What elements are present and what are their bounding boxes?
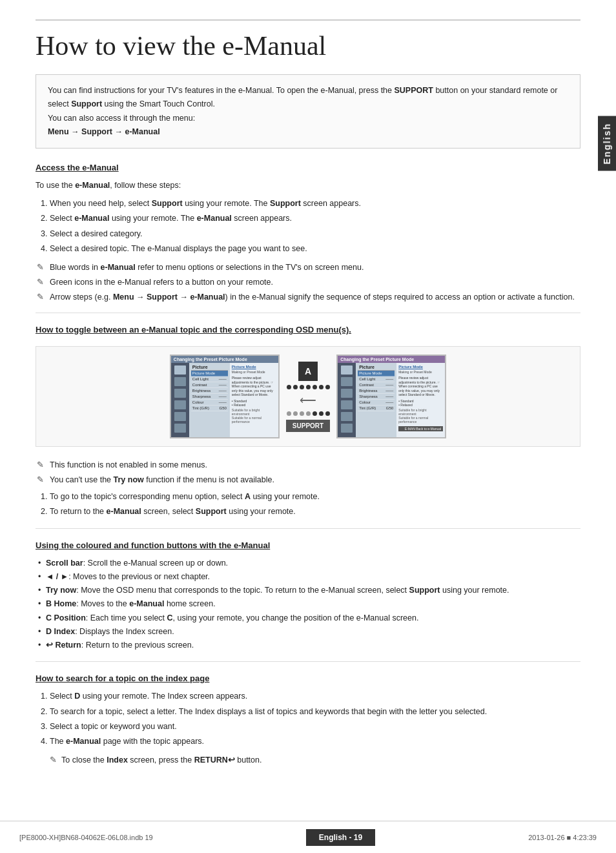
tv-left-main-panel: Picture Picture Mode Cell Light —— Contr… bbox=[189, 363, 230, 437]
tv-left-content-panel: Picture Mode Making or Preset Mode Pleas… bbox=[230, 363, 278, 437]
page-footer: [PE8000-XH]BN68-04062E-06L08.indb 19 Eng… bbox=[0, 821, 616, 853]
access-steps-list: When you need help, select Support using… bbox=[36, 197, 580, 256]
tv-screen-right: Changing the Preset Picture Mode Picture bbox=[336, 355, 446, 438]
info-line1: You can find instructions for your TV's … bbox=[48, 86, 395, 95]
footer-file-info: [PE8000-XH]BN68-04062E-06L08.indb 19 bbox=[19, 834, 153, 841]
access-header: Access the e-Manual bbox=[36, 163, 580, 172]
coloured-item-home: B Home: Moves to the e-Manual home scree… bbox=[36, 597, 580, 611]
access-step-1: When you need help, select Support using… bbox=[50, 197, 580, 211]
arrow-area: A ⟵ SUPPORT bbox=[286, 362, 330, 432]
search-step-2: To search for a topic, select a letter. … bbox=[50, 705, 580, 719]
info-menu-path: Menu → Support → e-Manual bbox=[48, 127, 160, 136]
coloured-item-arrows: ◄ / ►: Moves to the previous or next cha… bbox=[36, 570, 580, 584]
info-box: You can find instructions for your TV's … bbox=[36, 74, 580, 149]
search-step-1: Select D using your remote. The Index sc… bbox=[50, 690, 580, 703]
coloured-header: Using the coloured and function buttons … bbox=[36, 540, 580, 550]
access-step-3: Select a desired category. bbox=[50, 227, 580, 241]
tv-right-main-panel: Picture Picture Mode Cell Light —— Contr… bbox=[356, 363, 396, 437]
search-steps: Select D using your remote. The Index sc… bbox=[36, 690, 580, 748]
tv-left-top-bar: Changing the Preset Picture Mode bbox=[171, 356, 278, 363]
search-step-4: The e-Manual page with the topic appears… bbox=[50, 735, 580, 748]
coloured-item-return: ↩ Return: Return to the previous screen. bbox=[36, 639, 580, 652]
access-notes: Blue words in e-Manual refer to menu opt… bbox=[36, 261, 580, 303]
footer-date: 2013-01-26 ■ 4:23:39 bbox=[528, 834, 597, 841]
tv-left-sidebar bbox=[171, 363, 189, 437]
search-sub-note: To close the Index screen, press the RET… bbox=[36, 754, 580, 766]
toggle-step-1: To go to the topic's corresponding menu … bbox=[50, 490, 580, 504]
coloured-item-position: C Position: Each time you select C, usin… bbox=[36, 611, 580, 625]
support-button-label: SUPPORT bbox=[286, 420, 330, 432]
page-title: How to view the e-Manual bbox=[36, 19, 580, 61]
tv-screen-left: Changing the Preset Picture Mode Picture bbox=[170, 355, 280, 438]
dots-bottom bbox=[287, 411, 330, 416]
footer-page-number: English - 19 bbox=[306, 829, 375, 846]
screenshot-area: Changing the Preset Picture Mode Picture bbox=[36, 346, 580, 447]
info-support2-bold: Support bbox=[71, 99, 102, 108]
btn-a-icon: A bbox=[298, 362, 318, 381]
search-header: How to search for a topic on the index p… bbox=[36, 673, 580, 683]
access-note-2: Green icons in the e-Manual refers to a … bbox=[36, 276, 580, 289]
tv-right-sidebar bbox=[338, 363, 356, 437]
tv-right-content-panel: Picture Mode Making or Preset Mode Pleas… bbox=[396, 363, 445, 437]
toggle-step-2: To return to the e-Manual screen, select… bbox=[50, 505, 580, 519]
side-tab-english: English bbox=[598, 116, 616, 171]
toggle-note-2: You can't use the Try now function if th… bbox=[36, 473, 580, 486]
access-intro: To use the e-Manual, follow these steps: bbox=[36, 179, 580, 192]
search-step-3: Select a topic or keyword you want. bbox=[50, 720, 580, 734]
dots-top bbox=[287, 385, 330, 389]
coloured-item-scrollbar: Scroll bar: Scroll the e-Manual screen u… bbox=[36, 557, 580, 570]
toggle-steps: To go to the topic's corresponding menu … bbox=[36, 490, 580, 519]
coloured-item-index: D Index: Displays the Index screen. bbox=[36, 625, 580, 639]
info-line2: You can also access it through the menu: bbox=[48, 114, 195, 123]
coloured-item-trynow: Try now: Move the OSD menu that correspo… bbox=[36, 584, 580, 597]
info-line1-end2: using the Smart Touch Control. bbox=[102, 99, 215, 108]
toggle-header: How to toggle between an e-Manual topic … bbox=[36, 325, 580, 334]
coloured-list: Scroll bar: Scroll the e-Manual screen u… bbox=[36, 557, 580, 653]
toggle-notes: This function is not enabled in some men… bbox=[36, 458, 580, 486]
access-step-4: Select a desired topic. The e-Manual dis… bbox=[50, 242, 580, 256]
info-support-bold: SUPPORT bbox=[395, 86, 433, 95]
tv-right-top-bar: Changing the Preset Picture Mode bbox=[338, 356, 445, 363]
toggle-note-1: This function is not enabled in some men… bbox=[36, 458, 580, 471]
access-note-3: Arrow steps (e.g. Menu → Support → e-Man… bbox=[36, 291, 580, 303]
access-step-2: Select e-Manual using your remote. The e… bbox=[50, 212, 580, 225]
access-note-1: Blue words in e-Manual refer to menu opt… bbox=[36, 261, 580, 274]
